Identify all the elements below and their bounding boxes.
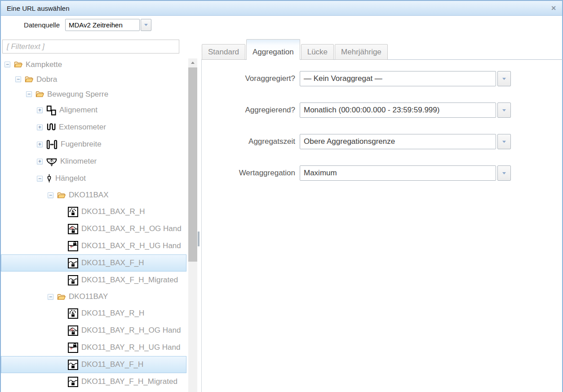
chevron-down-icon bbox=[502, 78, 506, 80]
aggregatszeit-dropdown[interactable]: Obere Aggregationsgrenze bbox=[300, 134, 511, 149]
tree-item-label: DKO11BAY bbox=[69, 292, 108, 301]
dropdown-arrow-button[interactable] bbox=[497, 102, 511, 118]
tree-item[interactable]: DKO11_BAX_R_H bbox=[1, 203, 186, 220]
voraggregiert-label: Voraggregiert? bbox=[202, 71, 295, 86]
extensometer-icon bbox=[46, 122, 56, 132]
tree-item[interactable]: +Extensometer bbox=[1, 119, 186, 136]
tree-item[interactable]: +Klinometer bbox=[1, 153, 186, 170]
timeseries-raw-icon bbox=[68, 308, 78, 319]
scrollbar-thumb[interactable] bbox=[188, 67, 197, 262]
tree-item[interactable]: DKO11_BAY_F_H_Migrated bbox=[1, 373, 186, 390]
expand-icon[interactable]: + bbox=[37, 107, 43, 113]
collapse-icon[interactable]: − bbox=[15, 76, 21, 82]
wertaggregation-value: Maximum bbox=[300, 165, 496, 181]
timeseries-upper-icon bbox=[68, 224, 78, 234]
tree-item[interactable]: DKO11_BAY_R_H_OG Hand bbox=[1, 322, 186, 339]
tab-luecke[interactable]: Lücke bbox=[301, 44, 334, 60]
tree-item[interactable]: DKO11_BAX_F_H_Migrated bbox=[1, 272, 186, 289]
expand-icon[interactable]: + bbox=[37, 142, 43, 147]
timeseries-icon bbox=[68, 275, 78, 285]
wertaggregation-dropdown[interactable]: Maximum bbox=[300, 165, 511, 181]
tree-item-label: Extensometer bbox=[59, 123, 106, 132]
tree-item[interactable]: +Fugenbreite bbox=[1, 136, 186, 153]
tree-scrollbar[interactable] bbox=[188, 58, 197, 392]
folder-icon bbox=[14, 61, 22, 68]
tab-standard[interactable]: Standard bbox=[202, 44, 245, 60]
collapse-icon[interactable]: − bbox=[37, 176, 43, 182]
tree-item-label: Hängelot bbox=[55, 174, 86, 183]
tree-item[interactable]: DKO11_BAY_R_H bbox=[1, 305, 186, 322]
tree-item-label: DKO11_BAY_R_H_UG Hand bbox=[81, 343, 180, 352]
tree-item-label: Dobra bbox=[36, 75, 57, 84]
dropdown-arrow-button[interactable] bbox=[497, 134, 511, 149]
tree-item-label: Alignement bbox=[59, 106, 98, 115]
folder-icon bbox=[57, 294, 66, 300]
fugenbreite-icon bbox=[46, 139, 58, 150]
dropdown-arrow-button[interactable] bbox=[497, 165, 511, 181]
aggregierend-dropdown[interactable]: Monatlich (00:00:00.000 - 23:59:59.999) bbox=[300, 102, 511, 118]
scroll-up-icon[interactable] bbox=[191, 62, 195, 64]
timeseries-lower-icon bbox=[68, 241, 78, 251]
folder-icon bbox=[25, 76, 33, 83]
tree-item-label: DKO11_BAX_R_H_UG Hand bbox=[81, 241, 181, 250]
tree-item-label: DKO11_BAX_R_H bbox=[81, 207, 145, 216]
expand-icon[interactable]: + bbox=[37, 125, 43, 130]
haengelot-icon bbox=[46, 174, 52, 184]
tree-item[interactable]: −Kampkette bbox=[1, 57, 186, 72]
aggregierend-label: Aggregierend? bbox=[202, 102, 295, 118]
dropdown-arrow-button[interactable] bbox=[497, 71, 511, 86]
timeseries-upper-icon bbox=[68, 325, 78, 336]
tree-item[interactable]: +Alignement bbox=[1, 102, 186, 119]
tree-item-label: Fugenbreite bbox=[61, 140, 102, 149]
chevron-down-icon bbox=[502, 141, 506, 143]
tree-item[interactable]: DKO11_BAX_R_H_OG Hand bbox=[1, 220, 186, 237]
select-url-dialog: Eine URL auswählen ✕ Datenquelle MDAv2 Z… bbox=[0, 0, 563, 392]
folder-icon bbox=[35, 91, 44, 98]
tree-item[interactable]: DKO11_BAY_R_H_UG Hand bbox=[1, 339, 186, 356]
tab-aggregation[interactable]: Aggregation bbox=[246, 39, 300, 60]
tab-mehrjaehrige[interactable]: Mehrjährige bbox=[335, 44, 388, 60]
splitter-handle[interactable] bbox=[198, 232, 199, 246]
tree-item-label: DKO11_BAX_R_H_OG Hand bbox=[81, 224, 182, 233]
tree-item[interactable]: DKO11_BAX_R_H_UG Hand bbox=[1, 237, 186, 254]
tree-item-label: Kampkette bbox=[26, 60, 62, 69]
tree-item-label: DKO11_BAX_F_H bbox=[81, 258, 144, 267]
timeseries-icon bbox=[68, 377, 78, 387]
aggregierend-value: Monatlich (00:00:00.000 - 23:59:59.999) bbox=[300, 102, 496, 118]
tree-item-label: DKO11_BAY_R_H_OG Hand bbox=[81, 326, 181, 335]
tree-item-label: Klinometer bbox=[60, 157, 97, 166]
chevron-down-icon bbox=[502, 109, 506, 111]
close-icon[interactable]: ✕ bbox=[551, 5, 556, 11]
aggregatszeit-value: Obere Aggregationsgrenze bbox=[300, 134, 496, 149]
voraggregiert-dropdown[interactable]: — Kein Voraggregat — bbox=[300, 71, 511, 86]
tree-item[interactable]: DKO11_BAX_F_H bbox=[1, 254, 186, 272]
tree-item-label: DKO11_BAX_F_H_Migrated bbox=[81, 276, 178, 285]
collapse-icon[interactable]: − bbox=[26, 91, 32, 97]
tree-item[interactable]: −DKO11BAX bbox=[1, 187, 186, 203]
tab-bar: Standard Aggregation Lücke Mehrjährige bbox=[202, 39, 388, 60]
wertaggregation-label: Wertaggregation bbox=[202, 165, 295, 181]
timeseries-icon bbox=[68, 360, 78, 370]
tree-panel: −Kampkette−Dobra−Bewegung Sperre+Alignem… bbox=[1, 1, 187, 392]
tree-item[interactable]: −DKO11BAY bbox=[1, 289, 186, 305]
tree-item-label: DKO11BAX bbox=[69, 191, 109, 200]
collapse-icon[interactable]: − bbox=[4, 62, 10, 67]
tree-item[interactable]: −Dobra bbox=[1, 72, 186, 87]
tree-item-label: DKO11_BAY_F_H_Migrated bbox=[81, 377, 177, 386]
timeseries-icon bbox=[68, 258, 78, 268]
tree-item[interactable]: DKO11_BAY_F_H bbox=[1, 356, 186, 373]
tree-item-label: DKO11_BAY_F_H bbox=[81, 360, 143, 369]
tree-item[interactable]: −Bewegung Sperre bbox=[1, 87, 186, 102]
expand-icon[interactable]: + bbox=[37, 159, 43, 165]
voraggregiert-value: — Kein Voraggregat — bbox=[300, 71, 496, 86]
tree-item-label: Bewegung Sperre bbox=[47, 90, 108, 99]
timeseries-lower-icon bbox=[68, 343, 78, 353]
aggregatszeit-label: Aggregatszeit bbox=[202, 134, 295, 149]
tree-item[interactable]: −Hängelot bbox=[1, 170, 186, 187]
collapse-icon[interactable]: − bbox=[48, 294, 53, 300]
folder-icon bbox=[57, 192, 66, 199]
timeseries-raw-icon bbox=[68, 207, 78, 217]
alignement-icon bbox=[46, 105, 56, 116]
chevron-down-icon bbox=[502, 172, 506, 174]
collapse-icon[interactable]: − bbox=[48, 192, 53, 198]
